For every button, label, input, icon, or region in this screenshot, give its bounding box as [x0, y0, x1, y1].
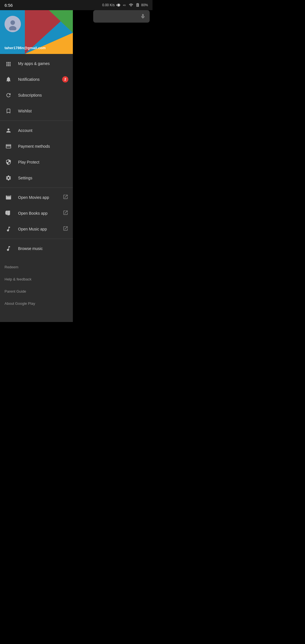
grid-icon: [5, 60, 12, 68]
menu-item-play-protect[interactable]: Play Protect: [0, 154, 73, 170]
mic-icon[interactable]: [140, 14, 146, 19]
refresh-icon: [5, 91, 12, 99]
menu-item-open-music[interactable]: Open Music app: [0, 221, 73, 237]
avatar: [5, 16, 21, 32]
menu-item-settings[interactable]: Settings: [0, 170, 73, 186]
user-email: taher1786n@gmail.com: [5, 46, 46, 50]
shield-icon: [5, 158, 12, 166]
arrow-open-books: [63, 210, 68, 217]
menu-label-account: Account: [18, 128, 68, 133]
menu-item-wishlist[interactable]: Wishlist: [0, 103, 73, 119]
menu-section-music: Browse music: [0, 239, 73, 258]
music-icon: [5, 225, 12, 233]
footer-link-redeem[interactable]: Redeem: [5, 261, 68, 273]
menu-label-subscriptions: Subscriptions: [18, 93, 68, 97]
svg-point-6: [10, 20, 15, 25]
bell-icon: [5, 75, 12, 83]
menu-label-notifications: Notifications: [18, 77, 62, 82]
svg-rect-8: [7, 211, 9, 216]
gear-icon: [5, 174, 12, 182]
vibrate-icon: [116, 3, 121, 7]
menu-item-open-books[interactable]: Open Books app: [0, 205, 73, 221]
bookmark-icon: [5, 107, 12, 115]
menu-label-wishlist: Wishlist: [18, 109, 68, 113]
movies-icon: [5, 193, 12, 201]
menu-item-subscriptions[interactable]: Subscriptions: [0, 87, 73, 103]
person-icon: [5, 127, 12, 134]
menu-label-browse-music: Browse music: [18, 246, 68, 251]
status-icons: 0.00 K/s 4G 80%: [102, 3, 148, 7]
drawer: taher1786n@gmail.com My apps & gamesNoti…: [0, 10, 73, 322]
svg-text:4G: 4G: [123, 4, 126, 6]
screen-overlay[interactable]: [73, 10, 152, 322]
menu-section-apps-links: Open Movies appOpen Books appOpen Music …: [0, 188, 73, 239]
menu-item-payment-methods[interactable]: Payment methods: [0, 138, 73, 154]
menu-label-open-music: Open Music app: [18, 227, 63, 231]
sim-icon: [135, 3, 140, 7]
browse-music-icon: [5, 245, 12, 253]
menu-label-payment-methods: Payment methods: [18, 144, 68, 149]
network-speed: 0.00 K/s: [102, 3, 115, 7]
battery-text: 80%: [141, 3, 148, 7]
menu-section-apps: My apps & gamesNotifications2Subscriptio…: [0, 54, 73, 121]
card-icon: [5, 142, 12, 150]
books-icon: [5, 209, 12, 217]
menu-item-notifications[interactable]: Notifications2: [0, 71, 73, 87]
menu-label-open-books: Open Books app: [18, 211, 63, 216]
menu-label-open-movies: Open Movies app: [18, 195, 63, 200]
footer-links: RedeemHelp & feedbackParent GuideAbout G…: [0, 258, 73, 312]
menu-label-play-protect: Play Protect: [18, 160, 68, 164]
footer-link-about-google-play[interactable]: About Google Play: [5, 297, 68, 310]
drawer-header: taher1786n@gmail.com: [0, 10, 73, 54]
4g-icon: 4G: [123, 3, 127, 7]
arrow-open-music: [63, 226, 68, 233]
menu-section-account: AccountPayment methodsPlay ProtectSettin…: [0, 121, 73, 188]
menu-item-open-movies[interactable]: Open Movies app: [0, 190, 73, 205]
search-bar[interactable]: [93, 10, 150, 23]
menu-label-my-apps-games: My apps & games: [18, 61, 68, 66]
footer-link-help-feedback[interactable]: Help & feedback: [5, 273, 68, 285]
arrow-open-movies: [63, 194, 68, 201]
menu-label-settings: Settings: [18, 176, 68, 180]
signal-icon: [129, 3, 133, 7]
footer-link-parent-guide[interactable]: Parent Guide: [5, 285, 68, 297]
avatar-svg: [6, 18, 19, 30]
status-time: 6:56: [5, 3, 13, 8]
status-bar: 6:56 0.00 K/s 4G 80%: [0, 0, 152, 10]
menu-item-my-apps-games[interactable]: My apps & games: [0, 56, 73, 71]
badge-notifications: 2: [62, 76, 68, 82]
menu-item-browse-music[interactable]: Browse music: [0, 241, 73, 256]
menu-item-account[interactable]: Account: [0, 123, 73, 138]
menu-container: My apps & gamesNotifications2Subscriptio…: [0, 54, 73, 258]
